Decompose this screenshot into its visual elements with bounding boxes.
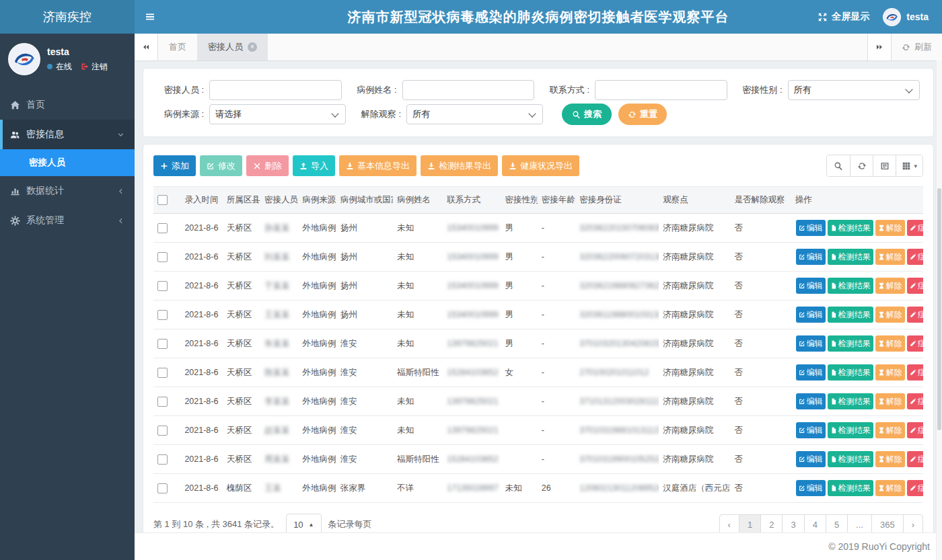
column-header[interactable]: 密接身份证 bbox=[575, 187, 659, 214]
symptom-button[interactable]: 症状 bbox=[907, 307, 923, 323]
column-header[interactable]: 病例来源 bbox=[298, 187, 336, 214]
test-result-button[interactable]: 检测结果 bbox=[828, 307, 873, 323]
symptom-button[interactable]: 症状 bbox=[907, 278, 923, 294]
edit-row-button[interactable]: 编辑 bbox=[796, 220, 826, 236]
edit-row-button[interactable]: 编辑 bbox=[796, 480, 826, 496]
edit-row-button[interactable]: 编辑 bbox=[796, 278, 826, 294]
column-header[interactable]: 密接年龄 bbox=[538, 187, 575, 214]
column-header[interactable]: 病例姓名 bbox=[393, 187, 443, 214]
edit-row-button[interactable]: 编辑 bbox=[796, 364, 826, 381]
column-header[interactable]: 录入时间 bbox=[180, 187, 222, 214]
sidebar-item-contact-info[interactable]: 密接信息 bbox=[0, 120, 135, 149]
release-button[interactable]: 解除 bbox=[875, 451, 905, 467]
symptom-button[interactable]: 症状 bbox=[907, 220, 923, 236]
page-ellipsis[interactable]: ... bbox=[847, 514, 872, 533]
test-result-button[interactable]: 检测结果 bbox=[828, 335, 873, 352]
sidebar-item-system[interactable]: 系统管理 bbox=[0, 206, 135, 235]
tab-close-icon[interactable]: × bbox=[248, 42, 257, 52]
release-button[interactable]: 解除 bbox=[875, 480, 905, 496]
sidebar-toggle-button[interactable] bbox=[135, 0, 166, 34]
row-checkbox[interactable] bbox=[157, 454, 168, 465]
column-header[interactable]: 密接性别 bbox=[501, 187, 538, 214]
edit-row-button[interactable]: 编辑 bbox=[796, 393, 826, 409]
symptom-button[interactable]: 症状 bbox=[907, 451, 923, 467]
row-checkbox[interactable] bbox=[157, 339, 168, 349]
release-button[interactable]: 解除 bbox=[875, 364, 905, 381]
table-search-button[interactable] bbox=[827, 155, 850, 176]
test-result-button[interactable]: 检测结果 bbox=[828, 220, 873, 236]
column-header[interactable]: 联系方式 bbox=[443, 187, 501, 214]
release-button[interactable]: 解除 bbox=[875, 393, 905, 409]
test-result-button[interactable]: 检测结果 bbox=[828, 278, 873, 294]
page-5-button[interactable]: 5 bbox=[826, 514, 848, 533]
contact-person-input[interactable] bbox=[209, 80, 342, 100]
logout-button[interactable]: 注销 bbox=[81, 61, 108, 73]
sidebar-item-statistics[interactable]: 数据统计 bbox=[0, 176, 135, 206]
release-button[interactable]: 解除 bbox=[875, 278, 905, 294]
test-result-button[interactable]: 检测结果 bbox=[828, 422, 873, 438]
import-button[interactable]: 导入 bbox=[293, 155, 335, 176]
row-checkbox[interactable] bbox=[157, 483, 168, 493]
column-header[interactable]: 是否解除观察 bbox=[731, 187, 791, 214]
scroll-tabs-right-button[interactable] bbox=[867, 34, 891, 61]
tab-home[interactable]: 首页 bbox=[158, 34, 197, 61]
prev-page-button[interactable]: ‹ bbox=[719, 514, 739, 533]
table-refresh-button[interactable] bbox=[850, 155, 873, 176]
scroll-tabs-left-button[interactable] bbox=[135, 34, 158, 61]
symptom-button[interactable]: 症状 bbox=[907, 335, 923, 352]
page-2-button[interactable]: 2 bbox=[760, 514, 783, 533]
table-detail-view-button[interactable] bbox=[873, 155, 896, 176]
page-1-button[interactable]: 1 bbox=[739, 514, 761, 533]
row-checkbox[interactable] bbox=[157, 281, 168, 291]
row-checkbox[interactable] bbox=[157, 397, 168, 407]
row-checkbox[interactable] bbox=[157, 426, 168, 436]
edit-button[interactable]: 修改 bbox=[200, 155, 242, 176]
test-result-button[interactable]: 检测结果 bbox=[828, 393, 873, 409]
row-checkbox[interactable] bbox=[157, 310, 168, 320]
page-365-button[interactable]: 365 bbox=[871, 514, 904, 533]
user-menu[interactable]: testa bbox=[883, 8, 929, 26]
edit-row-button[interactable]: 编辑 bbox=[796, 335, 826, 352]
column-header[interactable]: 密接人员 bbox=[260, 187, 298, 214]
delete-button[interactable]: 删除 bbox=[246, 155, 289, 176]
column-header[interactable]: 病例城市或国家 bbox=[336, 187, 393, 214]
column-header[interactable]: 所属区县 bbox=[223, 187, 260, 214]
page-4-button[interactable]: 4 bbox=[804, 514, 826, 533]
column-header[interactable]: 观察点 bbox=[659, 187, 730, 214]
sidebar-item-home[interactable]: 首页 bbox=[0, 90, 135, 120]
select-all-checkbox[interactable] bbox=[157, 195, 168, 205]
reset-button[interactable]: 重置 bbox=[618, 104, 667, 125]
test-result-button[interactable]: 检测结果 bbox=[828, 364, 873, 381]
tab-contact-person[interactable]: 密接人员 × bbox=[197, 34, 268, 61]
release-button[interactable]: 解除 bbox=[875, 422, 905, 438]
release-button[interactable]: 解除 bbox=[875, 220, 905, 236]
row-checkbox[interactable] bbox=[157, 252, 168, 262]
case-source-select[interactable]: 请选择 bbox=[209, 104, 346, 124]
release-observation-select[interactable]: 所有 bbox=[406, 104, 543, 124]
edit-row-button[interactable]: 编辑 bbox=[796, 422, 826, 438]
symptom-button[interactable]: 症状 bbox=[907, 364, 923, 381]
test-result-button[interactable]: 检测结果 bbox=[828, 249, 873, 265]
table-columns-button[interactable]: ▾ bbox=[896, 155, 922, 176]
export-test-button[interactable]: 检测结果导出 bbox=[421, 155, 498, 176]
export-health-button[interactable]: 健康状况导出 bbox=[502, 155, 579, 176]
vertical-scrollbar[interactable] bbox=[936, 61, 942, 560]
add-button[interactable]: 添加 bbox=[153, 155, 196, 176]
column-header[interactable]: 操作 bbox=[791, 187, 923, 214]
search-button[interactable]: 搜索 bbox=[562, 104, 612, 125]
release-button[interactable]: 解除 bbox=[875, 307, 905, 323]
symptom-button[interactable]: 症状 bbox=[907, 393, 923, 409]
edit-row-button[interactable]: 编辑 bbox=[796, 249, 826, 265]
release-button[interactable]: 解除 bbox=[875, 335, 905, 352]
test-result-button[interactable]: 检测结果 bbox=[828, 451, 873, 467]
page-3-button[interactable]: 3 bbox=[782, 514, 804, 533]
export-basic-button[interactable]: 基本信息导出 bbox=[339, 155, 416, 176]
edit-row-button[interactable]: 编辑 bbox=[796, 307, 826, 323]
row-checkbox[interactable] bbox=[157, 223, 168, 233]
contact-method-input[interactable] bbox=[595, 80, 727, 100]
page-size-select[interactable]: 10 ▲ bbox=[286, 514, 321, 532]
symptom-button[interactable]: 症状 bbox=[907, 422, 923, 438]
sidebar-item-contact-person[interactable]: 密接人员 bbox=[0, 149, 135, 176]
test-result-button[interactable]: 检测结果 bbox=[828, 480, 873, 496]
edit-row-button[interactable]: 编辑 bbox=[796, 451, 826, 467]
